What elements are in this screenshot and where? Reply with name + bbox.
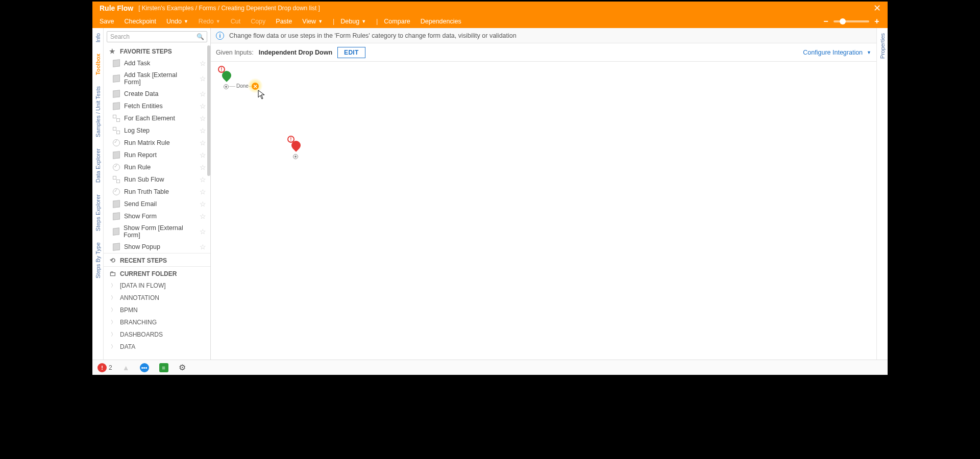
- zoom-out-button[interactable]: −: [822, 17, 829, 26]
- step-label: Send Email: [124, 200, 157, 208]
- menu-separator: |: [333, 18, 334, 25]
- menu-save[interactable]: Save: [100, 18, 114, 25]
- close-icon[interactable]: ✕: [871, 3, 883, 14]
- comments-indicator[interactable]: •••: [140, 363, 149, 372]
- error-count: 2: [109, 364, 112, 371]
- favorite-star-icon[interactable]: ☆: [200, 175, 206, 184]
- step-label: Add Task: [124, 60, 150, 67]
- step-item[interactable]: For Each Element☆: [104, 112, 210, 124]
- search-input[interactable]: [107, 31, 207, 42]
- favorite-star-icon[interactable]: ☆: [200, 59, 206, 67]
- favorite-star-icon[interactable]: ☆: [200, 227, 206, 236]
- favorite-star-icon[interactable]: ☆: [200, 90, 206, 98]
- menu-undo[interactable]: Undo▼: [166, 18, 188, 25]
- step-item[interactable]: Add Task [External Form]☆: [104, 69, 210, 88]
- errors-indicator[interactable]: ! 2: [97, 363, 112, 372]
- gear-icon: ⚙: [179, 363, 186, 372]
- notice-text: Change flow data or use steps in the 'Fo…: [229, 32, 517, 39]
- step-item[interactable]: Show Form☆: [104, 210, 210, 222]
- menu-cut[interactable]: Cut: [231, 18, 240, 25]
- chevron-down-icon: ▼: [184, 19, 188, 24]
- category-item[interactable]: 〉DATA: [104, 341, 210, 353]
- menu-redo[interactable]: Redo▼: [199, 18, 220, 25]
- favorite-star-icon[interactable]: ☆: [200, 74, 206, 83]
- node-port[interactable]: [293, 154, 298, 159]
- favorite-star-icon[interactable]: ☆: [200, 212, 206, 220]
- document-icon: ≡: [159, 363, 168, 372]
- current-folder-header[interactable]: 🗀 CURRENT FOLDER: [104, 266, 210, 279]
- chevron-down-icon: ▼: [318, 19, 323, 24]
- favorite-star-icon[interactable]: ☆: [200, 151, 206, 159]
- menu-view[interactable]: View▼: [302, 18, 323, 25]
- category-item[interactable]: 〉BRANCHING: [104, 316, 210, 328]
- favorite-star-icon[interactable]: ☆: [200, 163, 206, 171]
- category-label: ANNOTATION: [120, 294, 159, 301]
- tab-samples[interactable]: Samples / Unit Tests: [94, 84, 102, 139]
- favorite-steps-header[interactable]: ★ FAVORITE STEPS: [104, 44, 210, 57]
- configure-integration-link[interactable]: Configure Integration ▼: [803, 49, 871, 56]
- search-wrapper: 🔍: [104, 28, 210, 44]
- favorite-star-icon[interactable]: ☆: [200, 139, 206, 147]
- step-item[interactable]: Run Matrix Rule☆: [104, 137, 210, 149]
- tab-properties[interactable]: Properties: [878, 31, 887, 61]
- menu-compare[interactable]: Compare: [384, 18, 410, 25]
- zoom-slider[interactable]: [834, 20, 869, 22]
- step-item[interactable]: Run Report☆: [104, 149, 210, 161]
- step-label: Run Rule: [124, 164, 151, 171]
- menu-debug[interactable]: Debug▼: [340, 18, 366, 25]
- tab-toolbox[interactable]: Toolbox: [94, 52, 102, 77]
- step-item[interactable]: Log Step☆: [104, 124, 210, 137]
- menu-paste[interactable]: Paste: [276, 18, 292, 25]
- favorite-star-icon[interactable]: ☆: [200, 102, 206, 110]
- chevron-right-icon: 〉: [111, 331, 116, 338]
- body: Info Toolbox Samples / Unit Tests Data E…: [92, 28, 888, 375]
- step-item[interactable]: Show Popup☆: [104, 241, 210, 253]
- menu-redo-label: Redo: [199, 18, 214, 25]
- tab-steps-by-type[interactable]: Steps By Type: [94, 240, 102, 280]
- start-node[interactable]: !: [222, 71, 231, 84]
- app-title: Rule Flow: [100, 4, 133, 12]
- favorite-star-icon[interactable]: ☆: [200, 114, 206, 122]
- zoom-in-button[interactable]: +: [873, 17, 880, 26]
- node-port[interactable]: [224, 84, 229, 89]
- favorite-star-icon[interactable]: ☆: [200, 243, 206, 251]
- favorite-star-icon[interactable]: ☆: [200, 188, 206, 196]
- category-item[interactable]: 〉DASHBOARDS: [104, 328, 210, 341]
- edit-inputs-button[interactable]: EDIT: [337, 47, 365, 58]
- category-item[interactable]: 〉[DATA IN FLOW]: [104, 279, 210, 292]
- scrollbar-thumb[interactable]: [207, 45, 210, 176]
- menu-checkpoint[interactable]: Checkpoint: [125, 18, 157, 25]
- category-item[interactable]: 〉ANNOTATION: [104, 292, 210, 304]
- step-item[interactable]: Run Rule☆: [104, 161, 210, 173]
- zoom-slider-thumb[interactable]: [840, 18, 846, 24]
- step-item[interactable]: Send Email☆: [104, 198, 210, 210]
- favorite-star-icon[interactable]: ☆: [200, 200, 206, 208]
- tab-steps-explorer[interactable]: Steps Explorer: [94, 192, 102, 233]
- step-item[interactable]: Add Task☆: [104, 57, 210, 69]
- step-item[interactable]: Create Data☆: [104, 88, 210, 100]
- menu-dependencies[interactable]: Dependencies: [421, 18, 461, 25]
- flow-canvas[interactable]: ! Done ✕ !: [211, 62, 876, 375]
- tab-info[interactable]: Info: [94, 31, 102, 44]
- header: Rule Flow [ Kirsten's Examples / Forms /…: [92, 2, 888, 28]
- configure-integration-label: Configure Integration: [803, 49, 863, 56]
- end-node[interactable]: !: [291, 141, 301, 154]
- step-item[interactable]: Show Form [External Form]☆: [104, 222, 210, 241]
- category-item[interactable]: 〉BPMN: [104, 304, 210, 316]
- recent-steps-header[interactable]: ⟲ RECENT STEPS: [104, 253, 210, 266]
- menu-copy[interactable]: Copy: [251, 18, 265, 25]
- open-path-endpoint[interactable]: ✕: [252, 83, 259, 90]
- step-item[interactable]: Run Truth Table☆: [104, 186, 210, 198]
- tab-data-explorer[interactable]: Data Explorer: [94, 146, 102, 185]
- step-item[interactable]: Fetch Entities☆: [104, 100, 210, 112]
- menu-view-label: View: [302, 18, 316, 25]
- status-bar: ! 2 ▲ ••• ≡ ⚙: [92, 360, 888, 375]
- category-label: BRANCHING: [120, 319, 157, 326]
- notes-indicator[interactable]: ≡: [159, 363, 168, 372]
- favorite-star-icon[interactable]: ☆: [200, 126, 206, 135]
- step-item[interactable]: Run Sub Flow☆: [104, 173, 210, 186]
- warnings-indicator[interactable]: ▲: [122, 364, 130, 372]
- favorite-steps-label: FAVORITE STEPS: [120, 48, 172, 55]
- settings-button[interactable]: ⚙: [179, 363, 186, 372]
- sidebar-scrollbar[interactable]: [207, 45, 210, 263]
